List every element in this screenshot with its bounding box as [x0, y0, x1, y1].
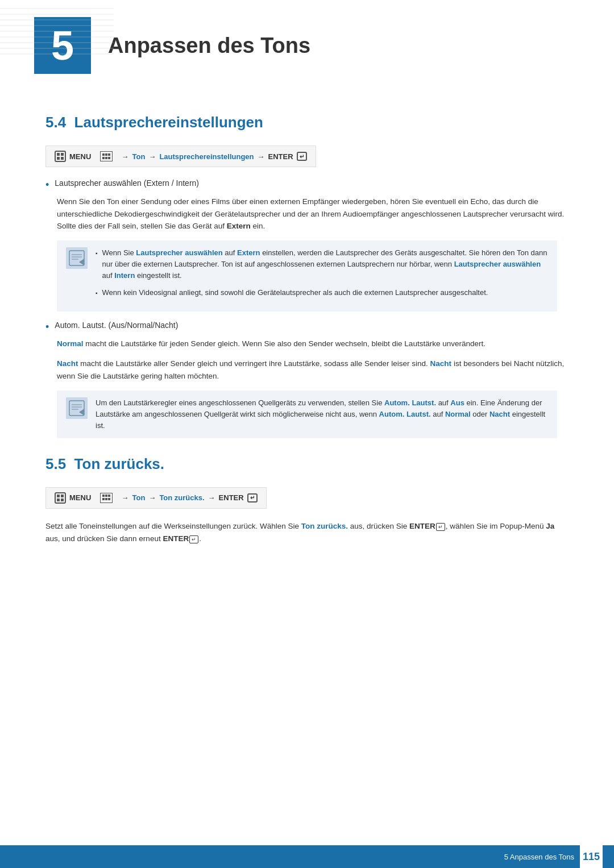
bullet-dot-1: • [45, 178, 49, 192]
section-4-heading: 5.4 Lautsprechereinstellungen [45, 114, 569, 131]
grid-icon [100, 151, 113, 161]
svg-rect-35 [102, 495, 105, 497]
bullet-title-1: Lautsprecher auswählen (Extern / Intern) [55, 178, 199, 188]
bullet-1-paragraph: Wenn Sie den Ton einer Sendung oder eine… [57, 196, 569, 232]
enter-icon-2: ↵ [247, 493, 258, 502]
chapter-title: Anpassen des Tons [108, 34, 310, 58]
svg-rect-32 [61, 495, 64, 497]
sub-text-2: Wenn kein Videosignal anliegt, sind sowo… [102, 287, 488, 298]
ton-nav-link: Ton [132, 152, 146, 161]
svg-rect-10 [61, 153, 64, 156]
note-icon-1 [66, 247, 88, 269]
page-footer: 5 Anpassen des Tons 115 [0, 845, 614, 868]
chapter-header: 5 Anpassen des Tons [0, 0, 614, 85]
bullet-dot-2: • [45, 320, 49, 334]
bullet-item-1: • Lautsprecher auswählen (Extern / Inter… [45, 178, 569, 192]
menu-nav-5-5: MENU → Ton → Ton zurücks. → ENTER ↵ [45, 487, 267, 509]
svg-rect-31 [57, 495, 60, 497]
sub-bullet-list-1: ▪ Wenn Sie Lautsprecher auswählen auf Ex… [96, 247, 548, 299]
note-content-1: ▪ Wenn Sie Lautsprecher auswählen auf Ex… [96, 247, 548, 305]
note-icon-2 [66, 397, 88, 419]
section-5-heading: 5.5 Ton zurücks. [45, 455, 569, 473]
sub-text-1: Wenn Sie Lautsprecher auswählen auf Exte… [102, 247, 548, 281]
section-5-5: 5.5 Ton zurücks. MENU → Ton → Ton zurück… [45, 455, 569, 545]
bullet-2-paragraph-2: Nacht macht die Lautstärke aller Sender … [57, 358, 569, 382]
svg-rect-17 [105, 157, 107, 159]
note-box-2: Um den Lautstärkeregler eines angeschlos… [57, 391, 557, 438]
svg-rect-16 [102, 157, 105, 159]
footer-page-number: 115 [580, 845, 603, 868]
svg-rect-33 [57, 499, 60, 501]
svg-rect-18 [108, 157, 110, 159]
svg-rect-15 [108, 153, 110, 156]
svg-rect-13 [102, 153, 105, 156]
svg-rect-37 [108, 495, 110, 497]
bullet-title-2: Autom. Lautst. (Aus/Normal/Nacht) [55, 321, 178, 330]
menu-label-2: MENU [69, 493, 91, 502]
note-box-1: ▪ Wenn Sie Lautsprecher auswählen auf Ex… [57, 240, 557, 312]
sub-marker-1: ▪ [96, 249, 98, 258]
enter-label-2: ENTER [219, 493, 244, 502]
svg-rect-38 [102, 498, 105, 500]
content-area: 5.4 Lautsprechereinstellungen MENU → Ton… [0, 85, 614, 589]
enter-label: ENTER [268, 152, 293, 161]
grid-icon-2 [100, 493, 113, 503]
svg-rect-11 [57, 157, 60, 160]
section-5-5-paragraph: Setzt alle Toneinstellungen auf die Werk… [45, 520, 569, 545]
ton-nav-link-2: Ton [132, 493, 146, 502]
bullet-item-2: • Autom. Lautst. (Aus/Normal/Nacht) [45, 321, 569, 334]
nav-link-2: Ton zurücks. [159, 493, 204, 502]
svg-rect-9 [57, 153, 60, 156]
footer-text: 5 Anpassen des Tons [504, 853, 574, 861]
nav-link: Lautsprechereinstellungen [159, 152, 254, 161]
sub-bullet-item-1: ▪ Wenn Sie Lautsprecher auswählen auf Ex… [96, 247, 548, 281]
chapter-number: 5 [34, 17, 91, 74]
menu-nav-5-4: MENU → Ton → Lautsprechereinstellungen →… [45, 146, 316, 167]
svg-rect-12 [61, 157, 64, 160]
sub-bullet-item-2: ▪ Wenn kein Videosignal anliegt, sind so… [96, 287, 548, 298]
svg-rect-14 [105, 153, 107, 156]
menu-label: MENU [69, 152, 91, 161]
bullet-2-paragraph-1: Normal macht die Lautstärke für jeden Se… [57, 338, 569, 350]
note-content-2: Um den Lautstärkeregler eines angeschlos… [96, 397, 548, 431]
menu-icon [55, 151, 66, 162]
menu-icon-2 [55, 492, 66, 504]
enter-icon: ↵ [297, 152, 307, 161]
svg-rect-34 [61, 499, 64, 501]
section-5-4: 5.4 Lautsprechereinstellungen MENU → Ton… [45, 114, 569, 438]
svg-rect-39 [105, 498, 107, 500]
svg-rect-36 [105, 495, 107, 497]
svg-rect-40 [108, 498, 110, 500]
sub-marker-2: ▪ [96, 289, 98, 298]
